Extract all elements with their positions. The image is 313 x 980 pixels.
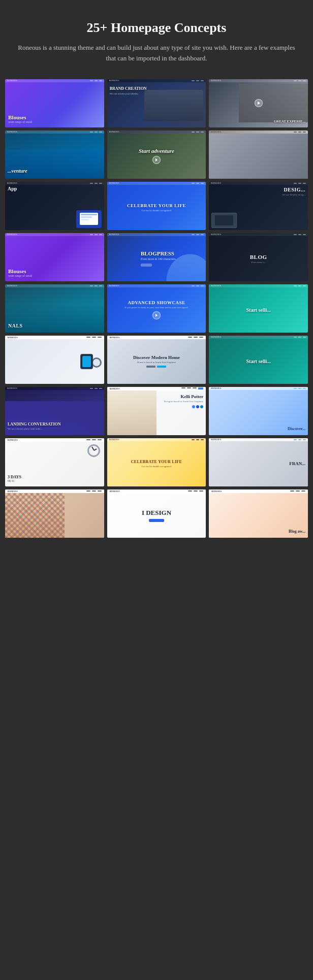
tile-4-title: ...venture [8, 168, 27, 174]
tile-19-title: LANDING CONVERSATION [8, 422, 102, 427]
tile-11-sub: Even more in 140 characters. [141, 257, 176, 262]
tile-product[interactable]: RONEOUS [5, 336, 104, 384]
tile-design-dark[interactable]: RONEOUS DESIG... We are Double desig... [209, 182, 308, 230]
tile-17-sub: Home is based in South East England. [133, 361, 180, 364]
tile-7-title: App [8, 186, 17, 191]
tile-frank[interactable]: RONEOUS FRAN... [209, 438, 308, 486]
tile-24-title: FRAN... [289, 461, 305, 466]
tile-surf[interactable]: RONEOUS NALS [5, 284, 104, 333]
tile-start-selling-2[interactable]: RONEOUS Start selli... [209, 336, 308, 384]
tile-14-title: ADVANCED SHOWCASE [128, 300, 185, 305]
tile-start-selling-1[interactable]: RONEOUS Start selli... [209, 284, 308, 333]
tile-app[interactable]: RONEOUS App [5, 182, 104, 230]
tile-blouses-2[interactable]: RONEOUS Blouses wide range of small [5, 233, 104, 281]
tile-10-title: Blouses [8, 268, 32, 274]
tile-15-title: Start selli... [246, 307, 271, 313]
tile-13-title: NALS [8, 323, 23, 329]
tile-blogpress[interactable]: RONEOUS BLOGPRESS Even more in 140 chara… [107, 233, 206, 281]
tile-23-sub: Let me be double recognized [131, 465, 182, 468]
tile-19-sub: We are a theme photo with wide... [8, 428, 102, 431]
tile-advanced-showcase[interactable]: RONEOUS ADVANCED SHOWCASE If you prefer … [107, 284, 206, 333]
tile-8-sub: Let me be double recognized [127, 209, 186, 212]
tile-celebrate-1[interactable]: RONEOUS CELEBRATE YOUR LIFE Let me be do… [107, 182, 206, 230]
tile-brand-creation[interactable]: RONEOUS BRAND CREATION We can reform you… [107, 79, 206, 127]
tile-man-design[interactable]: RONEOUS [5, 489, 104, 538]
tile-1-sub: wide range of small [8, 120, 32, 123]
tile-blog-aw[interactable]: RONEOUS Blog aw... [209, 489, 308, 538]
tile-12-sub: Even more i... [250, 261, 267, 264]
tile-celebrate-2[interactable]: RONEOUS CELEBRATE YOUR LIFE Let me be do… [107, 438, 206, 486]
page-description: Roneous is a stunning theme and can buil… [15, 43, 298, 64]
tile-idesign[interactable]: RONEOUS I DESIGN [107, 489, 206, 538]
page-title: 25+ Homepage Concepts [15, 20, 298, 36]
tile-venture[interactable]: RONEOUS ...venture [5, 130, 104, 179]
tile-kelli-potter[interactable]: RONEOUS Kelli Potter Designer based in S… [107, 387, 206, 435]
tile-26-title: I DESIGN [142, 509, 171, 517]
concepts-grid: RONEOUS Blouses wide range of small RONE… [0, 79, 313, 553]
tile-20-title: Kelli Potter [164, 394, 204, 399]
tile-2-sub: We can reform your identity [110, 92, 204, 96]
tile-9-sub: We are Double desig... [283, 193, 305, 196]
tile-great-experience[interactable]: RONEOUS GREAT EXPERIE... [209, 79, 308, 127]
tile-8-title: CELEBRATE YOUR LIFE [127, 203, 186, 208]
tile-21-title: Discover... [288, 427, 305, 431]
tile-modern-home[interactable]: RONEOUS Discover Modern Home Home is bas… [107, 336, 206, 384]
tile-22-title: 3 DAYS [8, 475, 21, 479]
tile-blog-dark[interactable]: RONEOUS BLOG Even more i... [209, 233, 308, 281]
tile-18-title: Start selli... [246, 358, 271, 364]
tile-start-adventure[interactable]: RONEOUS Start adventure [107, 130, 206, 179]
page-header: 25+ Homepage Concepts Roneous is a stunn… [0, 0, 313, 79]
tile-27-title: Blog aw... [289, 529, 305, 534]
tile-11-title: BLOGPRESS [141, 250, 176, 256]
tile-blouses-1[interactable]: RONEOUS Blouses wide range of small [5, 79, 104, 127]
tile-12-title: BLOG [250, 254, 267, 260]
tile-discover-right[interactable]: RONEOUS Discover... [209, 387, 308, 435]
tile-1-title: Blouses [8, 114, 32, 120]
tile-23-title: CELEBRATE YOUR LIFE [131, 460, 182, 464]
tile-5-title: Start adventure [139, 148, 174, 154]
tile-3-title: GREAT EXPERIE... [274, 119, 305, 123]
tile-20-sub: Designer based in South East England. [164, 400, 204, 404]
tile-17-title: Discover Modern Home [133, 355, 180, 360]
tile-14-sub: If you prefer to study in your own time … [119, 306, 194, 309]
tile-9-title: DESIG... [283, 187, 305, 192]
tile-office-collab[interactable]: RONEOUS [209, 130, 308, 179]
tile-2-title: BRAND CREATION [110, 86, 204, 91]
tile-timer[interactable]: RONEOUS 3 DAYS 06:11 [5, 438, 104, 486]
tile-10-sub: wide range of small [8, 274, 32, 277]
tile-22-sub: 06:11 [8, 479, 21, 482]
tile-landing-conversation[interactable]: RONEOUS LANDING CONVERSATION We are a th… [5, 387, 104, 435]
